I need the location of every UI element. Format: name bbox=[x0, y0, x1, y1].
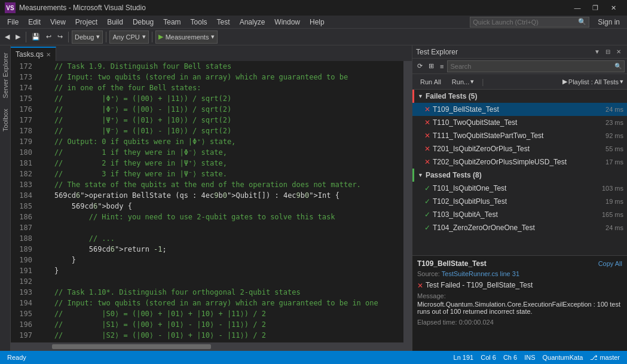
menu-debug[interactable]: Debug bbox=[128, 17, 158, 27]
te-results-list[interactable]: ▼ Failed Tests (5) ✕ T109_BellState_Test… bbox=[412, 90, 627, 255]
test-name-t111: T111_TwoQubitStatePartTwo_Test bbox=[433, 131, 603, 140]
test-item-t201[interactable]: ✕ T201_IsQubitZeroOrPlus_Test 55 ms bbox=[412, 142, 627, 155]
test-explorer-panel: Test Explorer ▼ ⊟ ✕ ⟳ ⊞ ≡ 🔍 Run All Run.… bbox=[412, 45, 627, 351]
editor-area: Tasks.qs ✕ 17217317417517617717817918018… bbox=[11, 45, 412, 351]
test-item-t202[interactable]: ✕ T202_IsQubitZeroOrPlusSimpleUSD_Test 1… bbox=[412, 155, 627, 169]
search-icon: 🔍 bbox=[578, 18, 586, 26]
passed-tests-group[interactable]: ▼ Passed Tests (8) bbox=[412, 169, 627, 182]
filter-icon[interactable]: ▼ bbox=[592, 47, 602, 57]
undo-button[interactable]: ↩ bbox=[44, 30, 54, 44]
code-area[interactable]: // Task 1.9. Distinguish four Bell state… bbox=[35, 61, 403, 342]
playlist-icon: ▶ bbox=[562, 78, 567, 85]
tab-close-button[interactable]: ✕ bbox=[46, 51, 51, 58]
vertical-scrollbar[interactable] bbox=[403, 61, 412, 342]
horizontal-scrollbar[interactable] bbox=[11, 342, 412, 351]
fail-icon-t202: ✕ bbox=[424, 158, 430, 166]
menu-bar: File Edit View Project Build Debug Team … bbox=[0, 16, 627, 29]
playlist-label[interactable]: ▶ Playlist : All Tests ▾ bbox=[562, 78, 623, 85]
branch-label[interactable]: ⎇ master bbox=[588, 354, 622, 362]
run-all-button[interactable]: Run All bbox=[416, 77, 445, 87]
status-ins[interactable]: INS bbox=[522, 354, 537, 361]
menu-test[interactable]: Test bbox=[212, 17, 235, 27]
menu-edit[interactable]: Edit bbox=[23, 17, 45, 27]
toolbar: ◀ ▶ 💾 ↩ ↪ Debug ▾ Any CPU ▾ ▶ Measuremen… bbox=[0, 29, 627, 45]
test-name-t201: T201_IsQubitZeroOrPlus_Test bbox=[433, 145, 603, 153]
forward-button[interactable]: ▶ bbox=[13, 30, 23, 44]
tab-filename: Tasks.qs bbox=[16, 50, 44, 59]
title-bar-controls[interactable]: — ❐ ✕ bbox=[568, 1, 622, 14]
copy-all-button[interactable]: Copy All bbox=[598, 260, 622, 267]
menu-analyze[interactable]: Analyze bbox=[235, 17, 270, 27]
te-search-input[interactable] bbox=[450, 63, 614, 70]
test-item-t103[interactable]: ✓ T103_IsQubitA_Test 165 ms bbox=[412, 208, 627, 221]
test-time-t109: 24 ms bbox=[605, 106, 623, 113]
pass-icon-t103: ✓ bbox=[424, 210, 430, 219]
status-bar: Ready Ln 191 Col 6 Ch 6 INS QuantumKata … bbox=[0, 351, 627, 364]
te-elapsed-text: Elapsed time: 0:00:00.024 bbox=[417, 319, 622, 326]
menu-view[interactable]: View bbox=[45, 17, 71, 27]
test-item-t110[interactable]: ✕ T110_TwoQubitState_Test 23 ms bbox=[412, 116, 627, 129]
project-dropdown[interactable]: ▶ Measurements ▾ bbox=[155, 30, 218, 44]
sign-in-button[interactable]: Sign in bbox=[593, 17, 625, 27]
title-bar: VS Measurements - Microsoft Visual Studi… bbox=[0, 0, 627, 16]
status-col[interactable]: Col 6 bbox=[478, 354, 498, 361]
menu-tools[interactable]: Tools bbox=[186, 17, 212, 27]
test-item-t102[interactable]: ✓ T102_IsQubitPlus_Test 19 ms bbox=[412, 195, 627, 208]
outer-sidebar: Server Explorer Toolbox bbox=[0, 45, 11, 351]
te-group-button[interactable]: ⊞ bbox=[426, 60, 436, 72]
te-message-text: Microsoft.Quantum.Simulation.Core.Execut… bbox=[417, 301, 622, 315]
editor-tab-tasks[interactable]: Tasks.qs ✕ bbox=[11, 47, 56, 61]
menu-team[interactable]: Team bbox=[158, 17, 185, 27]
test-item-t109[interactable]: ✕ T109_BellState_Test 24 ms bbox=[412, 103, 627, 116]
pass-icon-t101: ✓ bbox=[424, 184, 430, 192]
test-item-t101[interactable]: ✓ T101_IsQubitOne_Test 103 ms bbox=[412, 182, 627, 195]
quick-launch-input[interactable] bbox=[473, 19, 578, 26]
toolbar-separator-3 bbox=[106, 32, 106, 42]
passed-group-arrow: ▼ bbox=[418, 172, 423, 178]
menu-help[interactable]: Help bbox=[305, 17, 329, 27]
title-bar-left: VS Measurements - Microsoft Visual Studi… bbox=[5, 2, 146, 13]
dock-icon[interactable]: ⊟ bbox=[603, 47, 613, 57]
redo-button[interactable]: ↪ bbox=[55, 30, 65, 44]
close-button[interactable]: ✕ bbox=[604, 1, 622, 14]
test-name-t109: T109_BellState_Test bbox=[433, 105, 603, 114]
test-time-t111: 92 ms bbox=[605, 132, 623, 139]
branch-name: master bbox=[600, 354, 620, 361]
te-source-row: Source: TestSuiteRunner.cs line 31 bbox=[417, 270, 622, 277]
test-item-t111[interactable]: ✕ T111_TwoQubitStatePartTwo_Test 92 ms bbox=[412, 129, 627, 142]
te-columns-button[interactable]: ≡ bbox=[438, 60, 446, 72]
status-ch[interactable]: Ch 6 bbox=[501, 354, 519, 361]
passed-group-label: Passed Tests (8) bbox=[426, 171, 482, 179]
debug-mode-dropdown[interactable]: Debug ▾ bbox=[72, 30, 103, 44]
sidebar-item-toolbox[interactable]: Toolbox bbox=[1, 104, 10, 136]
source-link[interactable]: TestSuiteRunner.cs line 31 bbox=[442, 270, 519, 277]
test-item-t104[interactable]: ✓ T104_ZeroZeroOrOneOne_Test 24 ms bbox=[412, 221, 627, 234]
pass-icon-t104: ✓ bbox=[424, 224, 430, 232]
te-action-bar: Run All Run... ▾ | ▶ Playlist : All Test… bbox=[412, 74, 627, 90]
test-time-t202: 17 ms bbox=[605, 158, 623, 166]
back-button[interactable]: ◀ bbox=[2, 30, 12, 44]
platform-dropdown[interactable]: Any CPU ▾ bbox=[109, 30, 148, 44]
menu-window[interactable]: Window bbox=[270, 17, 305, 27]
menu-build[interactable]: Build bbox=[102, 17, 128, 27]
status-kata[interactable]: QuantumKata bbox=[540, 354, 586, 361]
menu-file[interactable]: File bbox=[2, 17, 23, 27]
menu-project[interactable]: Project bbox=[71, 17, 102, 27]
run-dropdown-button[interactable]: Run... ▾ bbox=[448, 76, 478, 87]
te-search-box[interactable]: 🔍 bbox=[447, 60, 625, 72]
chevron-down-icon-run: ▾ bbox=[470, 78, 474, 85]
save-all-button[interactable]: 💾 bbox=[29, 30, 42, 44]
test-name-t103: T103_IsQubitA_Test bbox=[433, 210, 600, 219]
sidebar-item-server-explorer[interactable]: Server Explorer bbox=[1, 48, 10, 103]
minimize-button[interactable]: — bbox=[568, 1, 586, 14]
te-refresh-button[interactable]: ⟳ bbox=[415, 60, 425, 72]
status-line[interactable]: Ln 191 bbox=[451, 354, 476, 361]
hscroll-thumb[interactable] bbox=[52, 344, 212, 349]
run-icon: ▶ bbox=[158, 33, 163, 41]
close-panel-button[interactable]: ✕ bbox=[614, 47, 623, 57]
failed-tests-group[interactable]: ▼ Failed Tests (5) bbox=[412, 90, 627, 103]
test-name-t110: T110_TwoQubitState_Test bbox=[433, 118, 603, 127]
hscroll-track bbox=[12, 344, 411, 349]
quick-launch-box[interactable]: 🔍 bbox=[470, 17, 589, 27]
restore-button[interactable]: ❐ bbox=[586, 1, 604, 14]
